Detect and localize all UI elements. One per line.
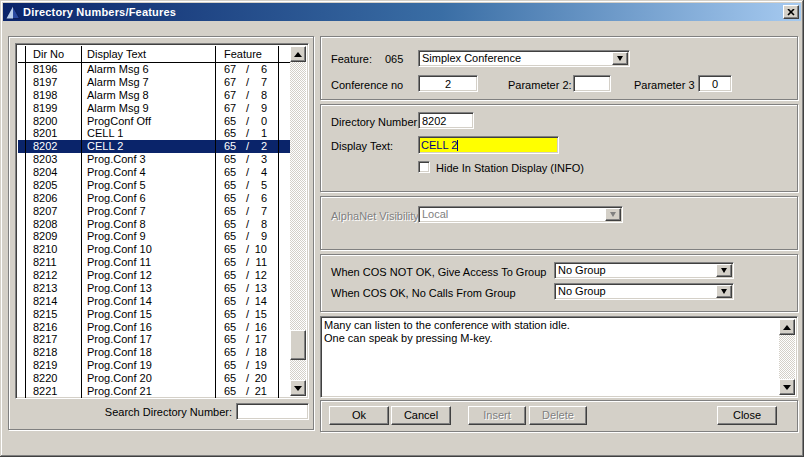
chevron-down-icon <box>610 212 616 217</box>
app-triangle-icon <box>6 6 20 19</box>
table-row[interactable]: 8207 Prog.Conf 7 65/7 <box>18 205 292 218</box>
cos-not-ok-combobox[interactable]: No Group <box>554 262 734 279</box>
table-row[interactable]: 8198 Alarm Msg 8 67/8 <box>18 89 292 102</box>
table-row[interactable]: 8199 Alarm Msg 9 67/9 <box>18 102 292 115</box>
cell-feature-main: 65 <box>224 282 246 295</box>
header-dir-no: Dir No <box>26 46 82 62</box>
scroll-down-button[interactable] <box>290 380 306 396</box>
table-row[interactable]: 8214 Prog.Conf 14 65/14 <box>18 295 292 308</box>
table-row[interactable]: 8206 Prog.Conf 6 65/6 <box>18 192 292 205</box>
feature-combobox[interactable]: Simplex Conference <box>418 50 630 67</box>
cell-dir-no: 8204 <box>26 166 82 179</box>
description-scrollbar[interactable] <box>779 319 795 395</box>
table-row[interactable]: 8205 Prog.Conf 5 65/5 <box>18 179 292 192</box>
cell-feature-main: 65 <box>224 295 246 308</box>
cell-display-text: Alarm Msg 8 <box>82 89 216 102</box>
list-scrollbar[interactable] <box>290 46 306 396</box>
directory-table: Dir No Display Text Feature No 8196 Alar… <box>15 43 309 399</box>
table-row[interactable]: 8212 Prog.Conf 12 65/12 <box>18 269 292 282</box>
cell-feature-main: 65 <box>224 308 246 321</box>
search-directory-input[interactable] <box>236 403 309 420</box>
cell-dir-no: 8217 <box>26 333 82 346</box>
scroll-up-button[interactable] <box>779 319 795 335</box>
table-row[interactable]: 8215 Prog.Conf 15 65/15 <box>18 308 292 321</box>
cell-dir-no: 8215 <box>26 308 82 321</box>
title-bar[interactable]: Directory Numbers/Features <box>3 3 801 21</box>
cell-feature-main: 67 <box>224 89 246 102</box>
table-row[interactable]: 8217 Prog.Conf 17 65/17 <box>18 333 292 346</box>
alphanet-dropdown-button <box>605 208 621 221</box>
table-row[interactable]: 8201 CELL 1 65/1 <box>18 127 292 140</box>
cell-dir-no: 8221 <box>26 385 82 398</box>
parameter3-input[interactable] <box>698 75 732 92</box>
scroll-up-button[interactable] <box>290 46 306 62</box>
table-row[interactable]: 8209 Prog.Conf 9 65/9 <box>18 230 292 243</box>
table-row[interactable]: 8211 Prog.Conf 11 65/11 <box>18 256 292 269</box>
cell-feature-main: 67 <box>224 63 246 76</box>
table-row[interactable]: 8203 Prog.Conf 3 65/3 <box>18 153 292 166</box>
cos-not-ok-dropdown-button[interactable] <box>716 264 732 277</box>
feature-description-box[interactable]: Many can listen to the conference with s… <box>320 316 798 398</box>
table-row[interactable]: 8210 Prog.Conf 10 65/10 <box>18 243 292 256</box>
hide-in-station-checkbox[interactable] <box>418 161 430 173</box>
cell-feature-sub: 13 <box>254 282 267 295</box>
text-caret <box>457 140 458 151</box>
cancel-button[interactable]: Cancel <box>391 406 451 425</box>
cell-display-text: Alarm Msg 9 <box>82 102 216 115</box>
cell-feature-main: 67 <box>224 76 246 89</box>
cos-not-ok-label: When COS NOT OK, Give Access To Group <box>331 266 546 278</box>
hide-in-station-label: Hide In Station Display (INFO) <box>436 162 584 174</box>
ok-button[interactable]: Ok <box>329 406 389 425</box>
scrollbar-thumb[interactable] <box>290 330 306 360</box>
chevron-down-icon <box>721 289 727 294</box>
cell-dir-no: 8210 <box>26 243 82 256</box>
button-bar: Ok Cancel Insert Delete Close <box>320 400 798 432</box>
table-row[interactable]: 8196 Alarm Msg 6 67/6 <box>18 63 292 76</box>
cell-dir-no: 8209 <box>26 230 82 243</box>
table-row[interactable]: 8220 Prog.Conf 20 65/20 <box>18 372 292 385</box>
cos-ok-combobox[interactable]: No Group <box>554 283 734 300</box>
table-row[interactable]: 8221 Prog.Conf 21 65/21 <box>18 385 292 398</box>
cell-feature-main: 67 <box>224 102 246 115</box>
scroll-down-button[interactable] <box>779 379 795 395</box>
cell-display-text: Prog.Conf 3 <box>82 153 216 166</box>
cell-display-text: CELL 1 <box>82 127 216 140</box>
table-row[interactable]: 8213 Prog.Conf 13 65/13 <box>18 282 292 295</box>
cell-feature-sub: 10 <box>254 243 267 256</box>
table-row[interactable]: 8218 Prog.Conf 18 65/18 <box>18 346 292 359</box>
cell-feature-sub: 9 <box>254 230 267 243</box>
cell-display-text: Prog.Conf 4 <box>82 166 216 179</box>
cell-dir-no: 8199 <box>26 102 82 115</box>
table-row[interactable]: 8204 Prog.Conf 4 65/4 <box>18 166 292 179</box>
cell-feature-main: 65 <box>224 372 246 385</box>
display-text-input[interactable]: CELL 2 <box>418 136 559 154</box>
cell-feature-sub: 5 <box>254 179 267 192</box>
cell-display-text: Alarm Msg 6 <box>82 63 216 76</box>
directory-list-group: Dir No Display Text Feature No 8196 Alar… <box>8 36 314 430</box>
feature-label: Feature: <box>331 53 372 65</box>
cell-display-text: Prog.Conf 11 <box>82 256 216 269</box>
parameter2-input[interactable] <box>573 75 611 92</box>
table-row[interactable]: 8200 ProgConf Off 65/0 <box>18 115 292 128</box>
table-row[interactable]: 8219 Prog.Conf 19 65/19 <box>18 359 292 372</box>
cell-dir-no: 8213 <box>26 282 82 295</box>
table-row[interactable]: 8208 Prog.Conf 8 65/8 <box>18 218 292 231</box>
cell-dir-no: 8207 <box>26 205 82 218</box>
cos-ok-dropdown-button[interactable] <box>716 285 732 298</box>
table-row[interactable]: 8197 Alarm Msg 7 67/7 <box>18 76 292 89</box>
cell-feature-sub: 3 <box>254 153 267 166</box>
close-button-bottom[interactable]: Close <box>717 406 777 425</box>
directory-number-input[interactable] <box>418 112 474 129</box>
directory-numbers-features-dialog: Directory Numbers/Features Dir No Displa… <box>0 0 804 457</box>
feature-combobox-value: Simplex Conference <box>422 52 521 64</box>
display-text-label: Display Text: <box>331 140 393 152</box>
cell-dir-no: 8219 <box>26 359 82 372</box>
table-row[interactable]: 8202 CELL 2 65/2 <box>18 140 292 153</box>
table-row[interactable]: 8216 Prog.Conf 16 65/16 <box>18 321 292 334</box>
close-button[interactable] <box>783 5 799 19</box>
feature-dropdown-button[interactable] <box>612 52 628 65</box>
cos-not-ok-value: No Group <box>558 264 606 276</box>
conference-no-input[interactable] <box>418 75 478 92</box>
cos-group: When COS NOT OK, Give Access To Group No… <box>320 254 798 312</box>
cell-feature-main: 65 <box>224 179 246 192</box>
